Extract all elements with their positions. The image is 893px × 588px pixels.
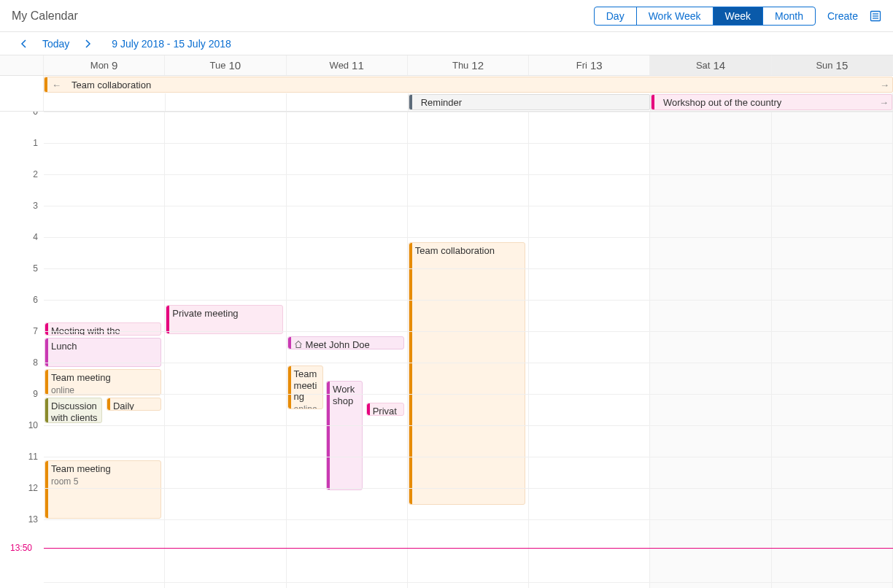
event-location: online (51, 385, 158, 395)
hour-label: 8 (33, 357, 38, 368)
event[interactable]: Discussion with clients (45, 398, 102, 423)
day-column-sun[interactable] (772, 112, 893, 588)
view-day-button[interactable]: Day (595, 7, 637, 25)
hour-label: 2 (33, 169, 38, 179)
allday-event-reminder[interactable]: Reminder (409, 94, 650, 110)
event[interactable]: Lunch (45, 338, 161, 367)
gutter-spacer (0, 55, 44, 75)
event[interactable]: Meeting with the manager (45, 322, 161, 336)
day-column-thu[interactable]: Team collaboration Out of the office (408, 112, 529, 588)
event[interactable]: Meet John Doe (287, 336, 404, 349)
continues-right-icon: → (879, 97, 889, 108)
day-header-mon[interactable]: Mon9 (44, 55, 165, 75)
day-header-sat[interactable]: Sat14 (650, 55, 771, 75)
now-line (44, 548, 893, 549)
hour-label: 7 (33, 326, 38, 336)
next-button[interactable] (81, 39, 94, 48)
hour-label: 4 (33, 232, 38, 242)
topbar-right: Day Work Week Week Month Create (594, 7, 881, 26)
event-title: Team meeting (51, 372, 158, 384)
allday-cell[interactable] (166, 93, 287, 111)
legend-icon[interactable] (870, 10, 881, 22)
day-header-sun[interactable]: Sun15 (772, 55, 893, 75)
hour-label: 10 (28, 420, 38, 430)
hour-label: 13 (28, 514, 38, 525)
event-title: Team meeting (294, 368, 320, 403)
event[interactable]: Team meeting online (287, 365, 324, 409)
page-title: My Calendar (12, 9, 78, 23)
hour-label: 0 (33, 112, 38, 117)
continues-right-icon: → (880, 80, 889, 90)
allday-event-label: Team collaboration (71, 80, 151, 90)
event-title: Daily stand (113, 401, 158, 411)
continues-left-icon: ← (52, 80, 61, 90)
allday-row: Reminder Workshop out of the country → (0, 93, 893, 111)
day-column-mon[interactable]: Meeting with the manager Lunch Team meet… (44, 112, 165, 588)
event[interactable]: Team meeting room 5 (45, 460, 161, 519)
day-column-tue[interactable]: Private meeting Meeting with the manager (165, 112, 286, 588)
navbar: Today 9 July 2018 - 15 July 2018 (0, 32, 893, 55)
day-column-wed[interactable]: Meet John Doe Team meeting online Worksh… (287, 112, 408, 588)
prev-button[interactable] (18, 39, 31, 48)
hour-label: 3 (33, 201, 38, 211)
event-title: Meet John Doe (306, 339, 370, 349)
event-title: Discussion with clients (51, 401, 98, 423)
allday-event-label: Workshop out of the country (663, 97, 781, 108)
event-title: Private meeting (172, 308, 279, 320)
event-title: Lunch (51, 341, 158, 352)
home-icon (294, 340, 303, 349)
create-button[interactable]: Create (827, 10, 858, 22)
view-switcher: Day Work Week Week Month (594, 7, 816, 26)
gutter-spacer (0, 76, 44, 93)
allday-row: ← Team collaboration → (0, 76, 893, 93)
day-header-fri[interactable]: Fri13 (529, 55, 650, 75)
allday-cell[interactable] (44, 93, 166, 111)
event-title: Team collaboration (415, 245, 522, 257)
event[interactable]: Daily stand (107, 398, 161, 411)
time-grid[interactable]: 0 1 2 3 4 5 6 7 8 9 10 11 12 13 15 Meeti… (0, 112, 893, 588)
gutter-spacer (0, 93, 44, 111)
hour-label: 11 (28, 452, 38, 462)
event-title: Workshop (333, 384, 359, 406)
allday-area: ← Team collaboration → Reminder Workshop… (0, 76, 893, 112)
day-header-tue[interactable]: Tue10 (165, 55, 286, 75)
day-header-wed[interactable]: Wed11 (287, 55, 408, 75)
event-title: Team meeting (51, 463, 158, 475)
hour-label: 1 (33, 138, 38, 148)
hour-label: 6 (33, 295, 38, 305)
day-header-thu[interactable]: Thu12 (408, 55, 529, 75)
event-location: room 5 (51, 476, 158, 487)
day-column-fri[interactable] (529, 112, 650, 588)
event-title: Private (373, 406, 401, 416)
hour-label: 9 (33, 389, 38, 399)
now-time-label: 13:50 (10, 543, 32, 553)
hour-label: 5 (33, 263, 38, 274)
view-week-button[interactable]: Week (714, 7, 764, 25)
event[interactable]: Team meeting online (45, 369, 161, 395)
event[interactable]: Team collaboration (409, 242, 525, 505)
allday-event-workshop[interactable]: Workshop out of the country → (651, 94, 892, 110)
event-location: online (294, 404, 320, 409)
allday-event-team-collab[interactable]: ← Team collaboration → (44, 77, 893, 93)
allday-cell[interactable] (287, 93, 409, 111)
view-workweek-button[interactable]: Work Week (637, 7, 714, 25)
time-gutter: 0 1 2 3 4 5 6 7 8 9 10 11 12 13 15 (0, 112, 44, 588)
date-range-label: 9 July 2018 - 15 July 2018 (112, 38, 231, 50)
view-month-button[interactable]: Month (763, 7, 815, 25)
event[interactable]: Private (366, 403, 404, 416)
hour-label: 12 (28, 483, 38, 493)
allday-event-label: Reminder (421, 97, 462, 108)
event[interactable]: Private meeting (166, 305, 282, 334)
event[interactable]: Workshop (326, 381, 363, 490)
day-column-sat[interactable] (650, 112, 771, 588)
day-header-row: Mon9 Tue10 Wed11 Thu12 Fri13 Sat14 Sun15 (0, 55, 893, 76)
topbar: My Calendar Day Work Week Week Month Cre… (0, 0, 893, 32)
today-button[interactable]: Today (42, 38, 69, 50)
event-title: Meeting with the manager (51, 325, 158, 336)
